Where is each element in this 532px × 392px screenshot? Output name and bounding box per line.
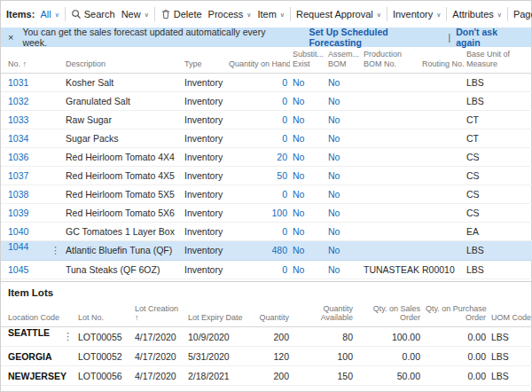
item_lots-cell-lot_creation[interactable]: 4/17/2020	[132, 366, 185, 386]
items_table-row[interactable]: 1036Red Heirloom Tomato 4X4Inventory20No…	[1, 147, 532, 166]
items_table-row[interactable]: 1038Red Heirloom Tomato 5X5Inventory0NoN…	[1, 184, 532, 203]
items_table-row[interactable]: 1034Sugar PacksInventory0NoNoCT	[1, 129, 532, 147]
item_lots-cell-qty_on_sales_order[interactable]: 50.00	[356, 366, 423, 386]
items_table-col-assembly_bom[interactable]: Assem...BOM	[325, 47, 361, 73]
items_table-cell-base_uom[interactable]: LBS	[464, 240, 532, 260]
items_table-cell-qty_on_hand[interactable]: 100	[226, 203, 290, 222]
inventory-menu[interactable]: Inventory ∨	[392, 7, 442, 21]
items_table-cell-type[interactable]: Inventory	[182, 129, 226, 147]
items_table-cell-type[interactable]: Inventory	[182, 240, 226, 260]
items_table-cell-substitutes_exist[interactable]: No	[290, 110, 325, 129]
row-menu-icon[interactable]: ⋮	[47, 241, 60, 260]
item_lots-col-lot_expiry_date[interactable]: Lot Expiry Date	[185, 302, 244, 327]
items_table-cell-production_bom_no[interactable]	[361, 147, 419, 166]
items_table-cell-substitutes_exist[interactable]: No	[290, 260, 325, 278]
items_table-cell-qty_on_hand[interactable]: 50	[226, 166, 290, 184]
items_table-cell-base_uom[interactable]: LBS	[464, 91, 532, 110]
items_table-cell-production_bom_no[interactable]	[361, 73, 419, 91]
items_table-row[interactable]: 1032Granulated SaltInventory0NoNoLBS	[1, 91, 532, 110]
items_table-cell-assembly_bom[interactable]: No	[325, 129, 361, 147]
items_table-cell-description[interactable]: Raw Sugar	[63, 110, 182, 129]
items_table-cell-routing_no[interactable]	[419, 147, 464, 166]
items_table-cell-description[interactable]: Sugar Packs	[63, 129, 182, 147]
items_table-cell-type[interactable]: Inventory	[182, 147, 226, 166]
item_lots-cell-quantity_available[interactable]: 80	[292, 327, 356, 347]
items_table-cell-base_uom[interactable]: CS	[464, 203, 532, 222]
item_lots-cell-uom_code[interactable]: LBS	[489, 347, 532, 366]
items_table-cell-base_uom[interactable]: CT	[464, 110, 532, 129]
item_lots-cell-lot_expiry_date[interactable]: 2/18/2021	[185, 366, 244, 386]
request-approval-menu[interactable]: Request Approval ∨	[295, 7, 382, 21]
item_lots-cell-lot_creation[interactable]: 4/17/2020	[132, 327, 185, 347]
item_lots-cell-lot_no[interactable]: LOT00052	[75, 347, 132, 366]
items_table-cell-production_bom_no[interactable]	[361, 184, 419, 203]
items_table-col-qty_on_hand[interactable]: Quantity on Hand	[226, 47, 290, 73]
items_table-cell-type[interactable]: Inventory	[182, 203, 226, 222]
items_table-cell-substitutes_exist[interactable]: No	[290, 240, 325, 260]
page-menu[interactable]: Page ∨	[512, 7, 532, 21]
delete-button[interactable]: Delete	[160, 7, 203, 21]
item_lots-cell-qty_on_sales_order[interactable]: 100.00	[356, 327, 423, 347]
items_table-cell-base_uom[interactable]: LBS	[464, 73, 532, 91]
items_table-cell-base_uom[interactable]: CS	[464, 147, 532, 166]
items_table-cell-assembly_bom[interactable]: No	[325, 184, 361, 203]
items_table-cell-type[interactable]: Inventory	[182, 91, 226, 110]
items_table-cell-no[interactable]: 1045	[1, 260, 63, 278]
items_table-cell-production_bom_no[interactable]	[361, 91, 419, 110]
items_table-cell-type[interactable]: Inventory	[182, 184, 226, 203]
items_table-cell-routing_no[interactable]	[419, 203, 464, 222]
items_table-cell-assembly_bom[interactable]: No	[325, 110, 361, 129]
items_table-cell-qty_on_hand[interactable]: 20	[226, 147, 290, 166]
items_table-cell-assembly_bom[interactable]: No	[325, 166, 361, 184]
items_table-row[interactable]: ⋮1044Atlantic Bluefin Tuna (QF)Inventory…	[1, 240, 532, 260]
items_table-cell-type[interactable]: Inventory	[182, 110, 226, 129]
items_table-cell-production_bom_no[interactable]	[361, 110, 419, 129]
item_lots-col-lot_creation[interactable]: Lot Creation↑	[132, 302, 185, 327]
item_lots-cell-quantity[interactable]: 120	[244, 347, 292, 366]
items_table-cell-base_uom[interactable]: CS	[464, 184, 532, 203]
items_table-cell-assembly_bom[interactable]: No	[325, 260, 361, 278]
items_table-cell-type[interactable]: Inventory	[182, 73, 226, 91]
items_table-cell-assembly_bom[interactable]: No	[325, 73, 361, 91]
item_lots-cell-quantity[interactable]: 200	[244, 327, 292, 347]
items_table-cell-description[interactable]: Red Heirloom Tomato 5X5	[63, 184, 182, 203]
items_table-col-substitutes_exist[interactable]: Substit...Exist	[290, 47, 325, 73]
item_lots-cell-uom_code[interactable]: LBS	[489, 327, 532, 347]
items_table-cell-type[interactable]: Inventory	[182, 260, 226, 278]
items_table-cell-description[interactable]: Red Heirloom Tomato 5X6	[63, 203, 182, 222]
item_lots-col-location_code[interactable]: Location Code	[1, 302, 75, 327]
items_table-cell-qty_on_hand[interactable]: 480	[226, 240, 290, 260]
item_lots-cell-lot_expiry_date[interactable]: 5/31/2020	[185, 347, 244, 366]
items_table-cell-production_bom_no[interactable]	[361, 240, 419, 260]
items_table-cell-assembly_bom[interactable]: No	[325, 147, 361, 166]
row-menu-icon[interactable]: ⋮	[59, 327, 73, 346]
items_table-cell-qty_on_hand[interactable]: 0	[226, 222, 290, 240]
items_table-cell-no[interactable]: 1033	[1, 110, 63, 129]
items_table-cell-routing_no[interactable]	[419, 184, 464, 203]
items_table-cell-type[interactable]: Inventory	[182, 166, 226, 184]
items_table-cell-production_bom_no[interactable]: TUNASTEAKS	[361, 260, 419, 278]
item-menu[interactable]: Item ∨	[256, 7, 286, 21]
items_table-cell-routing_no[interactable]	[419, 73, 464, 91]
items_table-cell-assembly_bom[interactable]: No	[325, 240, 361, 260]
item_lots-col-uom_code[interactable]: UOM Code	[489, 302, 532, 327]
items_table-cell-routing_no[interactable]	[419, 240, 464, 260]
items_table-cell-base_uom[interactable]: CT	[464, 129, 532, 147]
item_lots-cell-lot_creation[interactable]: 4/17/2020	[132, 347, 185, 366]
items_table-cell-qty_on_hand[interactable]: 0	[226, 260, 290, 278]
items_table-cell-assembly_bom[interactable]: No	[325, 203, 361, 222]
items_table-cell-no[interactable]: 1039	[1, 203, 63, 222]
items_table-cell-description[interactable]: GC Tomatoes 1 Layer Box	[63, 222, 182, 240]
new-button[interactable]: New ∨	[121, 7, 150, 21]
items_table-cell-routing_no[interactable]	[419, 129, 464, 147]
dont-ask-again-link[interactable]: Don't ask again	[456, 27, 524, 48]
items_table-cell-qty_on_hand[interactable]: 0	[226, 184, 290, 203]
attributes-menu[interactable]: Attributes ∨	[451, 7, 503, 21]
items_table-cell-base_uom[interactable]: LBS	[464, 260, 532, 278]
items_table-cell-routing_no[interactable]	[419, 91, 464, 110]
items_table-row[interactable]: 1040GC Tomatoes 1 Layer BoxInventory0NoN…	[1, 222, 532, 240]
item_lots-cell-quantity[interactable]: 200	[244, 366, 292, 386]
items_table-row[interactable]: 1039Red Heirloom Tomato 5X6Inventory100N…	[1, 203, 532, 222]
item_lots-cell-quantity_available[interactable]: 100	[292, 347, 356, 366]
item_lots-cell-lot_no[interactable]: LOT00055	[75, 327, 132, 347]
